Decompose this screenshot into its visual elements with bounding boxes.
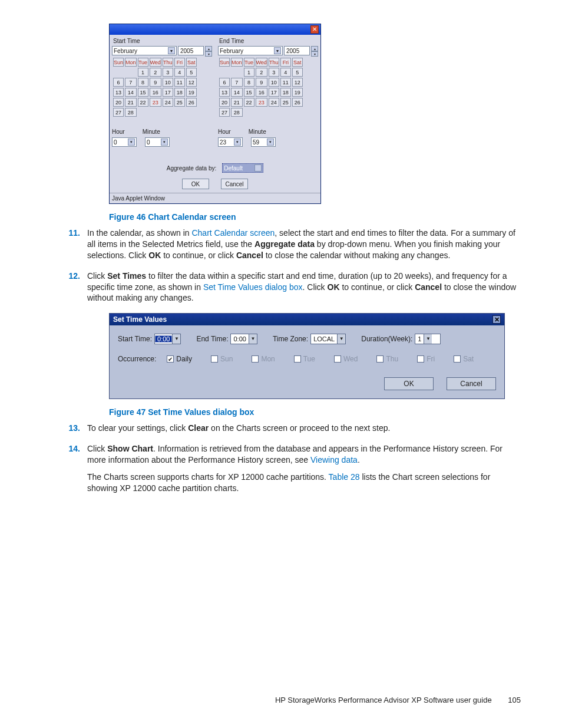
calendar-day[interactable]: 11 (280, 78, 291, 87)
day-checkbox[interactable]: Thu (376, 355, 398, 363)
calendar-day[interactable]: 8 (244, 78, 254, 87)
calendar-day[interactable]: 14 (125, 88, 137, 97)
calendar-day[interactable]: 4 (174, 68, 185, 77)
calendar-day[interactable]: 27 (113, 108, 124, 117)
viewing-data-link[interactable]: Viewing data (310, 455, 358, 465)
daily-checkbox[interactable]: ✔Daily (167, 355, 192, 363)
end-year-spinner[interactable]: ▴▾ (311, 46, 318, 55)
calendar-day[interactable]: 22 (138, 98, 148, 107)
calendar-day[interactable]: 27 (219, 108, 230, 117)
calendar-day[interactable]: 6 (219, 78, 230, 87)
calendar-day[interactable]: 5 (186, 68, 197, 77)
calendar-day[interactable]: 9 (150, 78, 161, 87)
calendar-day[interactable]: 19 (186, 88, 197, 97)
calendar-day[interactable]: 20 (219, 98, 230, 107)
calendar-day[interactable]: 13 (113, 88, 124, 97)
ok-button[interactable]: OK (384, 377, 434, 390)
calendar-day[interactable]: 13 (219, 88, 230, 97)
close-icon[interactable]: ✕ (310, 25, 319, 34)
calendar-day[interactable]: 1 (138, 68, 148, 77)
table-28-link[interactable]: Table 28 (329, 472, 360, 482)
calendar-day[interactable]: 16 (256, 88, 267, 97)
end-month-select[interactable]: February ▾ (218, 46, 283, 55)
calendar-day[interactable]: 28 (125, 108, 137, 117)
ok-button[interactable]: OK (182, 179, 209, 189)
start-year-spinner[interactable]: ▴▾ (205, 46, 212, 55)
calendar-day[interactable]: 9 (256, 78, 267, 87)
calendar-day[interactable]: 28 (231, 108, 243, 117)
start-year-field[interactable]: 2005 (178, 46, 204, 55)
calendar-day[interactable]: 7 (231, 78, 243, 87)
calendar-day[interactable]: 12 (186, 78, 197, 87)
day-checkbox[interactable]: Sat (454, 355, 474, 363)
calendar-day[interactable]: 18 (280, 88, 291, 97)
duration-select[interactable]: 1▼ (415, 334, 441, 344)
end-minute-select[interactable]: 59▾ (251, 137, 276, 147)
calendar-day[interactable]: 11 (174, 78, 185, 87)
day-checkbox[interactable]: Wed (334, 355, 358, 363)
spinner-down-icon[interactable]: ▾ (205, 51, 212, 57)
calendar-day[interactable]: 4 (280, 68, 291, 77)
day-label: Tue (303, 355, 315, 363)
calendar-day[interactable]: 21 (231, 98, 243, 107)
chevron-down-icon: ▼ (172, 334, 180, 344)
calendar-day[interactable]: 25 (280, 98, 291, 107)
end-hour-select[interactable]: 23▾ (218, 137, 243, 147)
calendar-day[interactable]: 2 (150, 68, 161, 77)
timezone-select[interactable]: LOCAL▼ (310, 334, 346, 344)
start-month-select[interactable]: February ▾ (112, 46, 177, 55)
start-hour-select[interactable]: 0▾ (112, 137, 137, 147)
close-icon[interactable]: ✕ (492, 315, 501, 324)
chart-calendar-link[interactable]: Chart Calendar screen (191, 228, 275, 238)
calendar-day[interactable]: 6 (113, 78, 124, 87)
cancel-button[interactable]: Cancel (221, 179, 248, 189)
spinner-up-icon[interactable]: ▴ (311, 46, 318, 51)
set-time-values-link[interactable]: Set Time Values dialog box (203, 282, 303, 292)
calendar-day[interactable]: 15 (244, 88, 254, 97)
calendar-day[interactable]: 26 (292, 98, 303, 107)
calendar-day[interactable]: 24 (163, 98, 173, 107)
calendar-day[interactable]: 18 (174, 88, 185, 97)
calendar-day[interactable]: 2 (256, 68, 267, 77)
calendar-day[interactable]: 12 (292, 78, 303, 87)
calendar-day[interactable]: 21 (125, 98, 137, 107)
calendar-day[interactable]: 7 (125, 78, 137, 87)
calendar-day[interactable]: 3 (163, 68, 173, 77)
calendar-day[interactable]: 5 (292, 68, 303, 77)
day-checkbox[interactable]: Sun (211, 355, 233, 363)
start-minute-select[interactable]: 0▾ (145, 137, 170, 147)
calendar-day[interactable]: 10 (163, 78, 173, 87)
calendar-day[interactable]: 14 (231, 88, 243, 97)
calendar-day[interactable]: 26 (186, 98, 197, 107)
cancel-button[interactable]: Cancel (447, 377, 496, 390)
calendar-day-header: Sun (113, 58, 124, 67)
occurrence-label: Occurrence: (118, 355, 156, 363)
spinner-down-icon[interactable]: ▾ (311, 51, 318, 57)
calendar-day[interactable]: 1 (244, 68, 254, 77)
calendar-day[interactable]: 10 (269, 78, 279, 87)
calendar-day[interactable]: 24 (269, 98, 279, 107)
spinner-up-icon[interactable]: ▴ (205, 46, 212, 51)
calendar-day-header: Wed (256, 58, 267, 67)
end-calendar[interactable]: SunMonTueWedThuFriSat1234567891011121314… (218, 57, 304, 118)
calendar-day[interactable]: 22 (244, 98, 254, 107)
calendar-day[interactable]: 20 (113, 98, 124, 107)
calendar-day[interactable]: 8 (138, 78, 148, 87)
calendar-day[interactable]: 23 (256, 98, 267, 107)
calendar-day[interactable]: 16 (150, 88, 161, 97)
day-checkbox[interactable]: Tue (294, 355, 315, 363)
calendar-day[interactable]: 23 (150, 98, 161, 107)
end-time-select[interactable]: 0:00▼ (230, 334, 257, 344)
start-time-select[interactable]: 0:00▼ (154, 334, 181, 344)
calendar-day[interactable]: 3 (269, 68, 279, 77)
end-year-field[interactable]: 2005 (284, 46, 310, 55)
calendar-day[interactable]: 25 (174, 98, 185, 107)
calendar-day[interactable]: 17 (269, 88, 279, 97)
day-checkbox[interactable]: Mon (252, 355, 275, 363)
day-checkbox[interactable]: Fri (417, 355, 435, 363)
start-calendar[interactable]: SunMonTueWedThuFriSat1234567891011121314… (112, 57, 198, 118)
calendar-day[interactable]: 19 (292, 88, 303, 97)
calendar-day[interactable]: 15 (138, 88, 148, 97)
calendar-day[interactable]: 17 (163, 88, 173, 97)
aggregate-select[interactable]: Default (222, 163, 263, 173)
